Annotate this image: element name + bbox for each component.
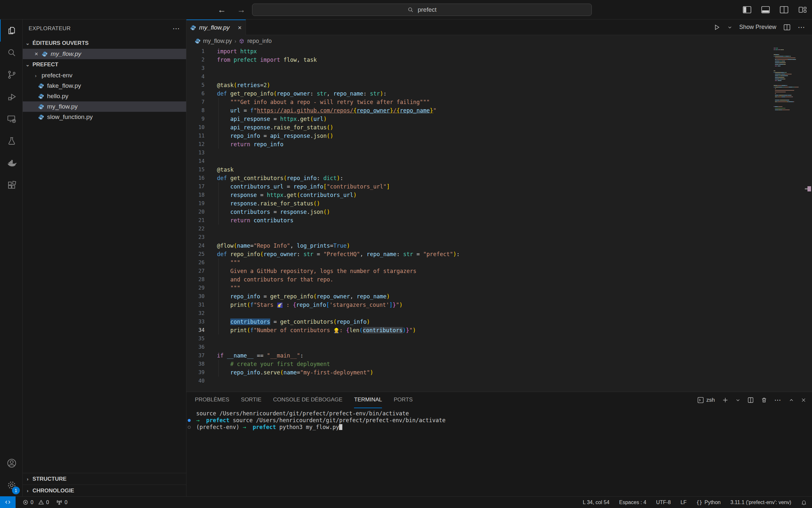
code-line[interactable]: 19 response.raise_for_status() — [186, 199, 812, 208]
run-file-icon[interactable] — [713, 24, 720, 31]
code-line[interactable]: 4 — [186, 73, 812, 81]
project-section-prefect[interactable]: ⌄ PREFECT — [23, 59, 186, 70]
code-line[interactable]: 33 contributors = get_contributors(repo_… — [186, 318, 812, 326]
code-line[interactable]: 12 return repo_info — [186, 140, 812, 149]
run-dropdown-chevron-icon[interactable] — [727, 25, 732, 30]
code-line[interactable]: 6def get_repo_info(repo_owner: str, repo… — [186, 89, 812, 98]
extensions-icon[interactable] — [0, 174, 22, 196]
panel-tab-console-de-d-bogage[interactable]: CONSOLE DE DÉBOGAGE — [273, 392, 343, 408]
structure-section[interactable]: › STRUCTURE — [23, 473, 186, 484]
code-line[interactable]: 34 print(f"Number of contributors 👷: {le… — [186, 326, 812, 334]
source-control-icon[interactable] — [0, 64, 22, 86]
code-line[interactable]: 27 Given a GitHub repository, logs the n… — [186, 267, 812, 275]
code-line[interactable]: 24@flow(name="Repo Info", log_prints=Tru… — [186, 242, 812, 250]
settings-gear-icon[interactable]: 1 — [0, 474, 22, 496]
code-line[interactable]: 10 api_response.raise_for_status() — [186, 123, 812, 132]
show-preview-button[interactable]: Show Preview — [739, 24, 776, 31]
navigate-forward-icon[interactable]: → — [236, 4, 247, 15]
code-line[interactable]: 21 return contributors — [186, 216, 812, 224]
panel-tab-sortie[interactable]: SORTIE — [241, 392, 261, 408]
cursor-position[interactable]: L 34, col 54 — [583, 500, 609, 505]
more-actions-icon[interactable]: ⋯ — [774, 396, 782, 404]
code-line[interactable]: 22 — [186, 224, 812, 233]
trash-icon[interactable] — [761, 397, 767, 404]
notifications-bell-icon[interactable] — [801, 500, 807, 505]
terminal-output[interactable]: source /Users/henricourdent/git/prefect/… — [186, 408, 812, 431]
ports-indicator[interactable]: 0 — [56, 499, 67, 505]
language-mode[interactable]: {} Python — [697, 500, 721, 505]
split-editor-icon[interactable] — [783, 24, 791, 31]
code-line[interactable]: 8 url = f"https://api.github.com/repos/{… — [186, 106, 812, 115]
panel-tab-ports[interactable]: PORTS — [394, 392, 413, 408]
file-row-slow-function-py[interactable]: slow_function.py — [23, 112, 186, 122]
close-icon[interactable]: × — [35, 50, 38, 57]
code-line[interactable]: 2from prefect import flow, task — [186, 55, 812, 64]
code-line[interactable]: 29 """ — [186, 284, 812, 292]
chevron-down-icon[interactable] — [736, 398, 740, 403]
breadcrumb-file[interactable]: my_flow.py — [203, 38, 232, 45]
more-actions-icon[interactable]: ⋯ — [173, 25, 180, 33]
navigate-back-icon[interactable]: ← — [216, 4, 227, 15]
code-line[interactable]: 25def repo_info(repo_owner: str = "Prefe… — [186, 250, 812, 258]
code-line[interactable]: 23 — [186, 233, 812, 242]
eol-sequence[interactable]: LF — [680, 500, 687, 505]
code-line[interactable]: 36 — [186, 343, 812, 351]
tab-my-flow[interactable]: my_flow.py × — [186, 19, 246, 35]
minimap[interactable] — [774, 48, 806, 113]
encoding[interactable]: UTF-8 — [656, 500, 671, 505]
problems-indicator[interactable]: 0 0 — [23, 500, 49, 505]
code-line[interactable]: 15@task — [186, 165, 812, 174]
remote-indicator[interactable] — [0, 496, 15, 508]
code-line[interactable]: 13 — [186, 149, 812, 157]
code-line[interactable]: 40 — [186, 377, 812, 385]
code-line[interactable]: 3 — [186, 64, 812, 73]
code-line[interactable]: 26 """ — [186, 258, 812, 267]
file-row-fake-flow-py[interactable]: fake_flow.py — [23, 81, 186, 91]
file-row-prefect-env[interactable]: ›prefect-env — [23, 70, 186, 81]
code-line[interactable]: 37if __name__ == "__main__": — [186, 351, 812, 360]
panel-tab-terminal[interactable]: TERMINAL — [354, 392, 382, 408]
customize-layout-icon[interactable] — [798, 5, 807, 15]
maximize-panel-icon[interactable] — [789, 398, 794, 403]
breadcrumb-symbol[interactable]: repo_info — [247, 38, 272, 45]
run-debug-icon[interactable] — [0, 86, 22, 108]
panel-tab-probl-mes[interactable]: PROBLÈMES — [195, 392, 229, 408]
new-terminal-icon[interactable] — [722, 397, 728, 404]
code-line[interactable]: 20 contributors = response.json() — [186, 208, 812, 216]
code-line[interactable]: 35 — [186, 334, 812, 343]
code-editor[interactable]: 1import httpx2from prefect import flow, … — [186, 47, 812, 392]
testing-icon[interactable] — [0, 130, 22, 152]
code-line[interactable]: 16def get_contributors(repo_info: dict): — [186, 174, 812, 182]
code-line[interactable]: 30 repo_info = get_repo_info(repo_owner,… — [186, 292, 812, 301]
account-icon[interactable] — [0, 452, 22, 474]
docker-icon[interactable] — [0, 152, 22, 174]
remote-explorer-icon[interactable] — [0, 108, 22, 130]
open-editors-section[interactable]: ⌄ ÉDITEURS OUVERTS — [23, 38, 186, 49]
close-icon[interactable]: × — [238, 24, 242, 32]
explorer-icon[interactable] — [0, 19, 22, 42]
code-line[interactable]: 28 and contributors for that repo. — [186, 275, 812, 284]
code-line[interactable]: 17 contributors_url = repo_info["contrib… — [186, 182, 812, 191]
toggle-primary-sidebar-icon[interactable] — [742, 5, 752, 15]
more-actions-icon[interactable]: ⋯ — [798, 23, 806, 32]
search-icon[interactable] — [0, 42, 22, 64]
file-row-hello-py[interactable]: hello.py — [23, 91, 186, 101]
file-row-my-flow-py[interactable]: my_flow.py — [23, 101, 186, 112]
command-center-search[interactable]: prefect — [252, 4, 592, 16]
code-line[interactable]: 31 print(f"Stars 🌠 : {repo_info['stargaz… — [186, 301, 812, 309]
code-line[interactable]: 32 — [186, 309, 812, 318]
timeline-section[interactable]: › CHRONOLOGIE — [23, 484, 186, 496]
code-line[interactable]: 5@task(retries=2) — [186, 81, 812, 89]
indentation[interactable]: Espaces : 4 — [619, 500, 647, 505]
code-line[interactable]: 39 repo_info.serve(name="my-first-deploy… — [186, 368, 812, 377]
code-line[interactable]: 1import httpx — [186, 47, 812, 55]
open-editor-my-flow[interactable]: × my_flow.py — [23, 49, 186, 59]
code-line[interactable]: 38 # create your first deployment — [186, 360, 812, 368]
code-line[interactable]: 9 api_response = httpx.get(url) — [186, 115, 812, 123]
shell-indicator[interactable]: zsh — [697, 397, 715, 404]
close-panel-icon[interactable] — [801, 397, 806, 403]
python-interpreter[interactable]: 3.11.1 ('prefect-env': venv) — [730, 500, 791, 505]
code-line[interactable]: 18 response = httpx.get(contributors_url… — [186, 191, 812, 199]
toggle-panel-icon[interactable] — [761, 5, 770, 15]
code-line[interactable]: 11 repo_info = api_response.json() — [186, 132, 812, 140]
